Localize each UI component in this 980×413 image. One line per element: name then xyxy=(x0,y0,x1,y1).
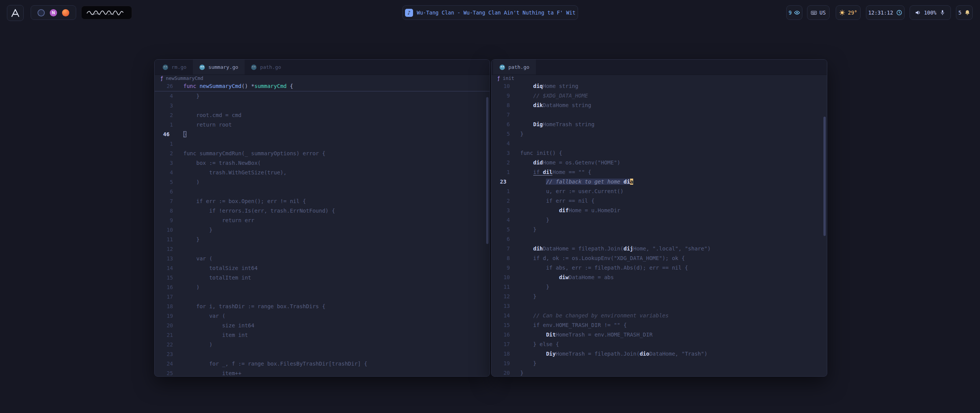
code-row: 1 if dilHome == "" { xyxy=(492,167,827,177)
scrollbar-thumb[interactable] xyxy=(823,117,826,236)
code-row: 8 if !errors.Is(err, trash.ErrNotFound) … xyxy=(155,206,490,216)
code-row: 2 root.cmd = cmd xyxy=(155,111,490,120)
music-icon xyxy=(405,9,413,17)
arch-logo-icon xyxy=(10,8,20,18)
code-row: 10 diqHome string xyxy=(492,81,827,91)
code-row: 25 item++ xyxy=(155,369,490,376)
clock-module[interactable]: 12:31:12 xyxy=(866,5,905,20)
code-row: 23 // fallback to get home dia xyxy=(492,177,827,187)
code-row: 7 dihDataHome = filepath.Join(dijHome, "… xyxy=(492,244,827,254)
code-row: 9 // $XDG_DATA_HOME xyxy=(492,91,827,101)
code-row: 2 didHome = os.Getenv("HOME") xyxy=(492,158,827,167)
code-row: 17 xyxy=(155,292,490,302)
go-file-icon xyxy=(500,65,505,70)
code-row: 14 // Can be changed by environment vari… xyxy=(492,311,827,320)
code-row: 13 var ( xyxy=(155,254,490,263)
function-icon xyxy=(497,76,500,81)
scribble-icon xyxy=(84,8,129,17)
workspace-icon-1[interactable] xyxy=(38,9,45,16)
code-row: 8 dikDataHome string xyxy=(492,101,827,110)
code-row: 3func init() { xyxy=(492,148,827,158)
workspace-icon-3[interactable] xyxy=(62,9,69,16)
code-row: 21 item int xyxy=(155,330,490,340)
workspaces: N xyxy=(31,5,76,20)
code-row: 4 trash.WithGetSize(true), xyxy=(155,168,490,177)
audio-module[interactable]: 100% xyxy=(910,5,951,20)
song-title: Wu-Tang Clan - Wu-Tang Clan Ain't Nuthin… xyxy=(417,10,576,16)
code-row: 15 totalItem int xyxy=(155,273,490,283)
code-row: 16 ) xyxy=(155,283,490,292)
workspace-icon-2[interactable]: N xyxy=(50,9,57,16)
code-row: 1 return root xyxy=(155,120,490,130)
status-bar: N Wu-Tang Clan - Wu-Tang Clan Ain't Nuth… xyxy=(0,0,980,24)
code-row: 16 DitHomeTrash = env.HOME_TRASH_DIR xyxy=(492,330,827,340)
bell-icon xyxy=(964,10,970,16)
editor-window-right: path.go init 10 diqHome string9 // $XDG_… xyxy=(491,59,827,377)
editor-window-left: rm.gosummary.gopath.go newSummaryCmd 26f… xyxy=(154,59,490,377)
tab-path.go[interactable]: path.go xyxy=(245,60,287,75)
keyboard-layout-module[interactable]: US xyxy=(807,5,830,20)
weather-module[interactable]: 29° xyxy=(836,5,861,20)
launcher-button[interactable] xyxy=(7,5,24,21)
code-row: 4 } xyxy=(155,91,490,101)
context-row: 26func newSummaryCmd() *summaryCmd { xyxy=(155,81,490,91)
code-row: 12 } xyxy=(492,292,827,301)
code-row: 22 ) xyxy=(155,340,490,350)
code-row: 19 var ( xyxy=(155,311,490,321)
tab-bar: path.go xyxy=(492,60,827,75)
code-row: 1 u, err := user.Current() xyxy=(492,187,827,196)
volume-level: 100% xyxy=(924,10,937,16)
keyboard-icon xyxy=(811,10,817,16)
go-file-icon xyxy=(199,65,205,70)
tab-rm.go[interactable]: rm.go xyxy=(156,60,193,75)
tab-path.go[interactable]: path.go xyxy=(493,60,536,75)
breadcrumb: newSummaryCmd xyxy=(155,75,490,81)
breadcrumb: init xyxy=(492,75,827,81)
breadcrumb-label: newSummaryCmd xyxy=(166,75,203,81)
speaker-icon xyxy=(915,10,921,16)
media-module[interactable]: Wu-Tang Clan - Wu-Tang Clan Ain't Nuthin… xyxy=(402,5,578,20)
tab-summary.go[interactable]: summary.go xyxy=(193,60,245,75)
code-row: 9 return err xyxy=(155,216,490,225)
code-row: 5 ) xyxy=(155,177,490,187)
go-file-icon xyxy=(251,65,256,70)
code-row: 10 } xyxy=(155,225,490,235)
code-row: 6 xyxy=(492,234,827,244)
code-row: 3 box := trash.NewBox( xyxy=(155,158,490,168)
code-row: 10 diwDataHome = abs xyxy=(492,273,827,282)
code-row: 23 xyxy=(155,350,490,359)
code-row: 20} xyxy=(492,368,827,376)
breadcrumb-label: init xyxy=(503,75,514,81)
code-row: 20 size int64 xyxy=(155,321,490,330)
code-row: 15 if env.HOME_TRASH_DIR != "" { xyxy=(492,320,827,330)
code-row: 2func summaryCmdRun(_ summaryOptions) er… xyxy=(155,149,490,158)
code-row: 19 } xyxy=(492,359,827,368)
code-row: 5} xyxy=(492,129,827,139)
redacted-text xyxy=(81,6,132,20)
code-area[interactable]: 10 diqHome string9 // $XDG_DATA_HOME8 di… xyxy=(492,81,827,376)
code-row: 24 for _, f := range box.FilesByTrashDir… xyxy=(155,359,490,369)
indicator-module[interactable]: 9 xyxy=(786,5,802,20)
code-row: 6 xyxy=(155,187,490,197)
mic-icon xyxy=(939,10,946,16)
scrollbar-thumb[interactable] xyxy=(486,97,488,244)
function-icon xyxy=(160,76,163,81)
code-row: 6 DigHomeTrash string xyxy=(492,120,827,129)
code-row: 7 xyxy=(492,110,827,120)
code-row: 18 DiyHomeTrash = filepath.Join(dioDataH… xyxy=(492,349,827,359)
notification-count: 5 xyxy=(958,10,961,16)
go-file-icon xyxy=(163,65,168,70)
temperature: 29° xyxy=(848,10,857,16)
code-row: 26func newSummaryCmd() *summaryCmd { xyxy=(155,81,490,91)
code-row: 14 totalSize int64 xyxy=(155,263,490,273)
code-area[interactable]: 4 }32 root.cmd = cmd1 return root46}12fu… xyxy=(155,91,490,376)
sun-icon xyxy=(839,10,845,16)
code-row: 3 xyxy=(155,101,490,111)
keyboard-layout: US xyxy=(820,10,826,16)
notifications-module[interactable]: 5 xyxy=(956,5,973,20)
code-row: 4 xyxy=(492,139,827,148)
code-row: 11 } xyxy=(492,282,827,292)
code-row: 46} xyxy=(155,130,490,139)
code-row: 3 difHome = u.HomeDir xyxy=(492,206,827,215)
code-row: 13 xyxy=(492,301,827,311)
